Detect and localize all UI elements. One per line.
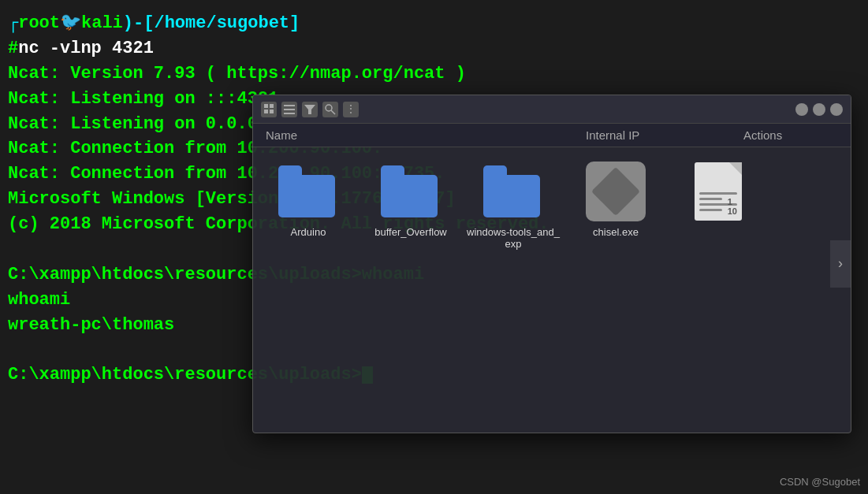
file-manager-header: Name Internal IP Actions [253,124,851,147]
file-manager-titlebar: ⋮ [253,95,851,124]
terminal-command-line: # nc -vlnp 4321 [8,36,860,61]
maximize-button[interactable] [813,103,825,116]
scroll-right-button[interactable]: › [830,240,851,288]
doc-icon: 110 [688,162,748,221]
svg-rect-2 [264,110,268,113]
file-manager-window: ⋮ Name Internal IP Actions [252,95,851,433]
col-header-name: Name [266,128,586,142]
svg-rect-3 [270,110,274,113]
file-manager-content: Arduino buffer_Overflow [253,147,851,422]
folder-shape [483,165,543,217]
list-item[interactable]: chisel.exe [568,162,663,250]
svg-rect-1 [270,104,274,108]
file-manager-grid: Arduino buffer_Overflow [253,147,851,422]
prompt-bracket-open: ┌ [8,11,18,36]
svg-rect-0 [264,104,268,108]
list-item[interactable]: Arduino [261,162,356,250]
doc-line [699,209,722,211]
svg-point-8 [326,105,332,111]
svg-marker-7 [304,105,315,114]
prompt-bird: 🐦 [60,11,81,36]
folder-tab [278,165,302,175]
prompt-root: root [18,11,60,36]
list-item[interactable]: 110 [671,162,766,250]
terminal-line-1: Ncat: Version 7.93 ( https://nmap.org/nc… [8,61,860,87]
item-label-arduino: Arduino [291,226,326,238]
svg-rect-6 [284,113,295,114]
folder-tab [381,165,404,175]
svg-rect-4 [284,105,295,106]
prompt-kali: kali [81,11,123,36]
more-options-icon[interactable]: ⋮ [343,102,359,117]
watermark: CSDN @Sugobet [780,476,860,488]
item-label-windows-tools: windows-tools_and_exp [466,226,561,250]
folder-shape [278,165,338,217]
item-label-chisel: chisel.exe [593,226,639,238]
item-label-buffer: buffer_Overflow [374,226,447,238]
terminal-command: nc -vlnp 4321 [18,36,154,61]
doc-line [699,198,722,200]
terminal-prompt-line: ┌root🐦kali)-[/home/sugobet] [8,11,860,36]
folder-body [381,175,438,217]
filter-icon[interactable] [302,102,318,117]
window-controls [795,103,843,116]
titlebar-left: ⋮ [261,102,359,117]
col-header-ip: Internal IP [586,128,743,142]
folder-windows-icon [483,162,543,221]
svg-line-9 [331,110,335,114]
titlebar-icons: ⋮ [261,102,359,117]
minimize-button[interactable] [795,103,808,116]
doc-line [699,192,737,195]
folder-buffer-icon [381,162,441,221]
col-header-actions: Actions [743,128,838,142]
prompt-dash: - [133,11,143,36]
prompt-path: [/home/sugobet] [143,11,300,36]
folder-body [278,175,335,217]
diamond-shape [586,162,646,221]
svg-rect-5 [284,109,295,110]
list-item[interactable]: buffer_Overflow [363,162,458,250]
file-doc-shape: 110 [695,162,742,221]
prompt-bracket-close: ) [123,11,133,36]
folder-tab [483,165,507,175]
list-item[interactable]: windows-tools_and_exp [466,162,561,250]
search-icon[interactable] [322,102,338,117]
grid-icon[interactable] [261,102,277,117]
folder-arduino-icon [278,162,338,221]
folder-body [483,175,540,217]
close-button[interactable] [830,103,843,116]
prompt-hash: # [8,36,18,61]
folder-shape [381,165,441,217]
diamond-inner [591,167,640,216]
list-icon[interactable] [281,102,297,117]
chisel-icon [586,162,646,221]
